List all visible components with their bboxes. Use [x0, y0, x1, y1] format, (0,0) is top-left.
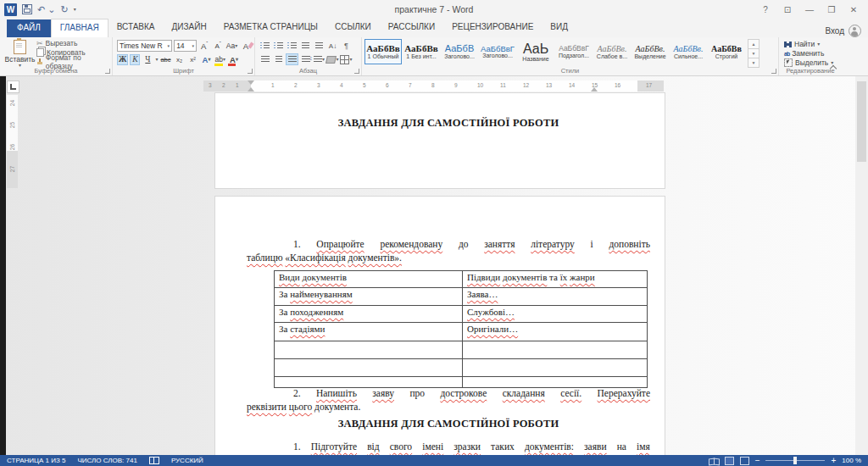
paragraph-3[interactable]: 1.Підготуйтевідсвогоіменізразкитакихдоку…	[247, 440, 650, 453]
web-layout-icon[interactable]	[740, 457, 749, 465]
paste-button[interactable]: Вставить ▾	[3, 39, 36, 68]
classification-table[interactable]: Види документівПідвиди документів та їх …	[274, 270, 648, 388]
style-Название[interactable]: АаЬНазвание	[517, 39, 554, 64]
paragraph-1[interactable]: 1.Опрацюйтерекомендованудозаняттялітерат…	[247, 237, 650, 264]
tab-ССЫЛКИ[interactable]: ССЫЛКИ	[326, 19, 380, 36]
vertical-scrollbar[interactable]	[855, 76, 868, 455]
print-layout-icon[interactable]	[725, 457, 734, 465]
style-Строгий[interactable]: АаБбВвСтрогий	[708, 39, 745, 64]
multilevel-list-button[interactable]	[286, 40, 298, 52]
first-line-indent-marker[interactable]	[248, 80, 254, 85]
style-Сильное...[interactable]: АаБбВв.Сильное...	[670, 39, 707, 64]
font-dialog-launcher-icon[interactable]	[248, 69, 253, 74]
font-color-button[interactable]: А▾	[228, 54, 240, 65]
shading-button[interactable]: ▾	[326, 53, 339, 65]
sign-in[interactable]: Вход	[825, 25, 868, 37]
show-marks-button[interactable]: ¶	[340, 40, 353, 52]
collapse-ribbon-icon[interactable]	[830, 64, 837, 70]
font-family-combo[interactable]: Times New R ▾	[117, 40, 172, 52]
subscript-button[interactable]: х₂	[174, 54, 186, 65]
line-spacing-button[interactable]: ▾	[313, 53, 326, 65]
style-Выделение[interactable]: АаБбВв.Выделение	[632, 39, 669, 64]
page-2[interactable]: 1.Опрацюйтерекомендованудозаняттялітерат…	[214, 196, 665, 456]
tab-ГЛАВНАЯ[interactable]: ГЛАВНАЯ	[51, 19, 108, 37]
table-cell[interactable]: Підвиди документів та їх жанри	[463, 271, 648, 288]
borders-button[interactable]: ▾	[340, 53, 353, 65]
zoom-in-button[interactable]: +	[831, 458, 836, 464]
table-cell[interactable]: Види документів	[275, 271, 463, 288]
ribbon-display-options-button[interactable]: ⊡	[778, 3, 797, 16]
table-cell[interactable]	[275, 359, 463, 377]
zoom-slider-thumb[interactable]	[793, 457, 797, 464]
text-effects-button[interactable]: А▾	[201, 54, 213, 65]
paragraph-2[interactable]: 2.Напишітьзаявупродостроковескладаннясес…	[247, 386, 650, 413]
word-count[interactable]: ЧИСЛО СЛОВ: 741	[77, 457, 136, 464]
bullets-button[interactable]	[259, 40, 271, 52]
grow-font-button[interactable]: Аˆ	[198, 41, 210, 52]
align-right-button[interactable]	[286, 53, 298, 65]
highlight-color-button[interactable]: ab▾	[214, 54, 226, 65]
scrollbar-thumb[interactable]	[857, 81, 866, 162]
style-Заголово...[interactable]: АаБбВЗаголово...	[441, 39, 478, 64]
table-cell[interactable]: За найменуванням	[275, 288, 463, 306]
read-mode-icon[interactable]	[709, 458, 719, 464]
proofing-status-icon[interactable]	[149, 457, 159, 464]
bold-button[interactable]: Ж	[117, 54, 128, 65]
table-cell[interactable]: Службові…	[463, 306, 648, 323]
tab-stop-selector[interactable]	[7, 80, 19, 93]
zoom-slider[interactable]	[765, 460, 825, 461]
style-1 Без инт...[interactable]: АаБбВв1 Без инт...	[403, 39, 440, 64]
close-button[interactable]: ✕	[844, 3, 863, 16]
table-cell[interactable]: За стадіями	[275, 323, 463, 341]
zoom-level[interactable]: 100 %	[842, 457, 861, 464]
minimize-button[interactable]: —	[800, 3, 819, 16]
page-1[interactable]: ЗАВДАННЯ ДЛЯ САМОСТІЙНОЇ РОБОТИ	[214, 92, 665, 189]
tab-file[interactable]: ФАЙЛ	[7, 19, 51, 37]
restore-button[interactable]: ❐	[822, 3, 841, 16]
underline-button[interactable]: Ч	[142, 54, 153, 65]
style-Подзагол...[interactable]: АаБбВвГПодзагол...	[555, 39, 593, 64]
tab-ВИД[interactable]: ВИД	[542, 19, 576, 36]
shrink-font-button[interactable]: Аˇ	[212, 41, 224, 52]
replace-button[interactable]: ab Заменить	[784, 49, 842, 58]
sort-button[interactable]: А↓	[326, 40, 339, 52]
redo-icon[interactable]: ↻	[61, 4, 69, 14]
horizontal-ruler[interactable]: 3211234567891011121314151617	[203, 80, 664, 92]
style-Слабое в...[interactable]: АаБбВв.Слабое в...	[593, 39, 631, 64]
cut-button[interactable]: ✂ Вырезать	[36, 39, 108, 47]
font-size-combo[interactable]: 14 ▾	[174, 40, 197, 52]
align-center-button[interactable]	[272, 53, 285, 65]
table-cell[interactable]: Оригінали…	[463, 323, 648, 341]
underline-dropdown-icon[interactable]: ▾	[155, 58, 158, 62]
table-cell[interactable]: За походженням	[275, 306, 463, 323]
left-indent-marker[interactable]	[248, 87, 254, 92]
align-left-button[interactable]	[259, 53, 271, 65]
tab-ДИЗАЙН[interactable]: ДИЗАЙН	[164, 19, 215, 36]
format-painter-button[interactable]: Формат по образцу	[36, 58, 108, 66]
undo-icon[interactable]: ↶ ⌄	[37, 4, 56, 14]
tab-РАЗМЕТКА СТРАНИЦЫ[interactable]: РАЗМЕТКА СТРАНИЦЫ	[215, 19, 326, 36]
clear-formatting-button[interactable]: А	[240, 41, 252, 52]
zoom-out-button[interactable]: −	[755, 458, 760, 464]
save-icon[interactable]	[22, 4, 32, 14]
table-cell[interactable]	[463, 341, 648, 359]
table-cell[interactable]: Заява…	[463, 288, 648, 306]
increase-indent-button[interactable]	[313, 40, 326, 52]
strikethrough-button[interactable]: abc	[159, 54, 171, 65]
table-cell[interactable]	[463, 359, 648, 377]
table-cell[interactable]	[275, 341, 463, 359]
find-button[interactable]: Найти ▾	[784, 40, 842, 48]
style-Заголово...[interactable]: АаБбВвГЗаголово...	[479, 39, 516, 64]
numbering-button[interactable]	[272, 40, 285, 52]
tab-РЕЦЕНЗИРОВАНИЕ[interactable]: РЕЦЕНЗИРОВАНИЕ	[443, 19, 542, 36]
style-1 Обычный[interactable]: АаБбВв1 Обычный	[364, 39, 402, 64]
clipboard-dialog-launcher-icon[interactable]	[105, 69, 110, 74]
vertical-ruler[interactable]: 24252627	[7, 95, 18, 188]
styles-dialog-launcher-icon[interactable]	[771, 69, 776, 74]
decrease-indent-button[interactable]	[299, 40, 312, 52]
customize-qat-icon[interactable]: ▾	[74, 8, 76, 12]
italic-button[interactable]: К	[130, 54, 140, 65]
help-button[interactable]: ?	[756, 3, 775, 16]
change-case-button[interactable]: Аа▾	[225, 41, 238, 52]
superscript-button[interactable]: х²	[187, 54, 199, 65]
